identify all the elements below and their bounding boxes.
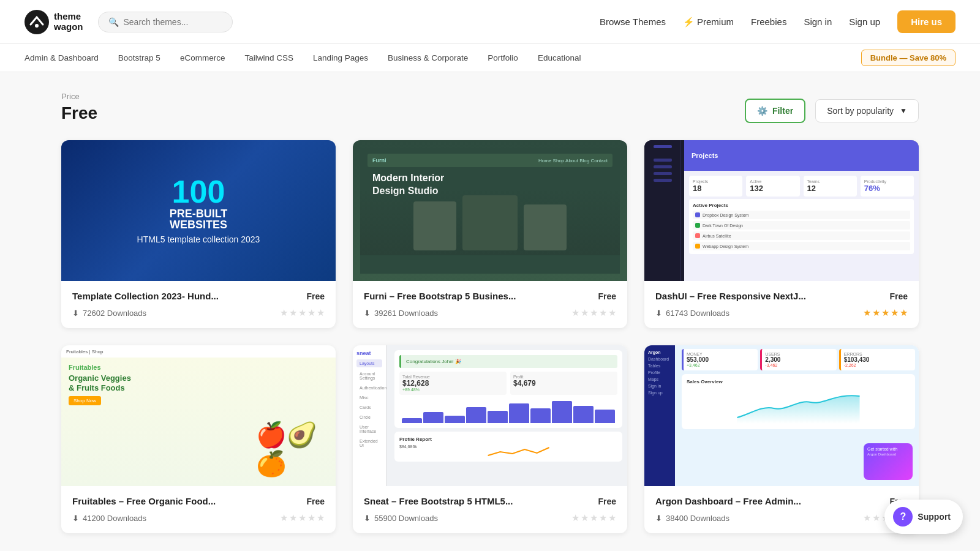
subnav-business[interactable]: Business & Corporate — [388, 53, 468, 62]
search-icon: 🔍 — [108, 17, 119, 27]
star-2: ★ — [289, 307, 297, 318]
support-icon: ? — [893, 507, 913, 527]
card-2-meta: ⬇ 39261 Downloads ★ ★ ★ ★ ★ — [364, 307, 616, 318]
card-1-stars: ★ ★ ★ ★ ★ — [280, 307, 325, 318]
card-5-meta: ⬇ 55900 Downloads ★ ★ ★ ★ ★ — [364, 512, 616, 523]
search-input[interactable] — [124, 17, 222, 27]
card-1-meta: ⬇ 72602 Downloads ★ ★ ★ ★ ★ — [72, 307, 325, 318]
star-1: ★ — [280, 307, 288, 318]
card-5-info: Sneat – Free Bootstrap 5 HTML5... Free ⬇… — [353, 486, 627, 533]
card-6-thumbnail: Argon Dashboard Tables Profile Maps Sign… — [644, 345, 919, 486]
card-2-downloads: ⬇ 39261 Downloads — [364, 309, 438, 318]
subnav-portfolio[interactable]: Portfolio — [488, 53, 518, 62]
card-2-price: Free — [598, 291, 616, 301]
download-icon-3: ⬇ — [655, 309, 662, 318]
card-6-title: Argon Dashboard – Free Admin... — [655, 496, 884, 506]
download-icon-4: ⬇ — [72, 514, 79, 523]
browse-themes-link[interactable]: Browse Themes — [600, 17, 666, 27]
card-3-stars: ★ ★ ★ ★ ★ — [863, 307, 908, 318]
toolbar-right: ⚙️ Filter Sort by popularity ▼ — [745, 99, 919, 123]
price-value: Free — [61, 103, 97, 123]
card-3[interactable]: Projects Projects 18 Active 132 Teams 12 — [644, 140, 919, 328]
support-label: Support — [918, 512, 951, 522]
filter-icon: ⚙️ — [757, 106, 767, 116]
svg-point-0 — [24, 10, 49, 34]
premium-link[interactable]: ⚡ Premium — [683, 17, 734, 28]
subnav-bootstrap[interactable]: Bootstrap 5 — [118, 53, 160, 62]
card-3-info: DashUI – Free Responsive NextJ... Free ⬇… — [644, 281, 919, 328]
subnav-admin[interactable]: Admin & Dashboard — [24, 53, 99, 62]
card-2-title: Furni – Free Bootstrap 5 Busines... — [364, 291, 593, 301]
card-6-meta: ⬇ 38400 Downloads ★ ★ ★ ★ ★ — [655, 512, 908, 523]
card-2-info: Furni – Free Bootstrap 5 Busines... Free… — [353, 281, 627, 328]
header-nav: Browse Themes ⚡ Premium Freebies Sign in… — [600, 10, 956, 33]
card-6-info: Argon Dashboard – Free Admin... Free ⬇ 3… — [644, 486, 919, 533]
header: theme wagon 🔍 Browse Themes ⚡ Premium Fr… — [0, 0, 980, 44]
card-3-thumbnail: Projects Projects 18 Active 132 Teams 12 — [644, 140, 919, 281]
card-3-meta: ⬇ 61743 Downloads ★ ★ ★ ★ ★ — [655, 307, 908, 318]
bundle-button[interactable]: Bundle — Save 80% — [861, 50, 956, 66]
hire-us-button[interactable]: Hire us — [897, 10, 956, 33]
card-4-thumbnail: Fruitables | Shop Fruitables Organic Veg… — [61, 345, 336, 486]
logo-icon — [24, 10, 49, 34]
card-6[interactable]: Argon Dashboard Tables Profile Maps Sign… — [644, 345, 919, 533]
card-4[interactable]: Fruitables | Shop Fruitables Organic Veg… — [61, 345, 336, 533]
star-5: ★ — [317, 307, 325, 318]
star-4: ★ — [307, 307, 315, 318]
signin-link[interactable]: Sign in — [804, 17, 832, 27]
signup-link[interactable]: Sign up — [849, 17, 880, 27]
cards-grid: 100 PRE-BUILT WEBSITES HTML5 template co… — [61, 140, 919, 533]
card-5-title: Sneat – Free Bootstrap 5 HTML5... — [364, 496, 593, 506]
card-5-stars: ★ ★ ★ ★ ★ — [571, 512, 616, 523]
card-2-stars: ★ ★ ★ ★ ★ — [571, 307, 616, 318]
card-4-title: Fruitables – Free Organic Food... — [72, 496, 301, 506]
sort-dropdown[interactable]: Sort by popularity ▼ — [815, 99, 919, 122]
download-icon-2: ⬇ — [364, 309, 371, 318]
card-5[interactable]: sneat Layouts Account Settings Authentic… — [353, 345, 627, 533]
search-bar[interactable]: 🔍 — [98, 12, 233, 32]
subnav: Admin & Dashboard Bootstrap 5 eCommerce … — [0, 44, 980, 72]
card-1-downloads: ⬇ 72602 Downloads — [72, 309, 146, 318]
card-2[interactable]: Furni Home Shop About Blog Contact Moder… — [353, 140, 627, 328]
filter-button[interactable]: ⚙️ Filter — [745, 99, 805, 123]
card-4-downloads: ⬇ 41200 Downloads — [72, 514, 146, 523]
card-1-thumbnail: 100 PRE-BUILT WEBSITES HTML5 template co… — [61, 140, 336, 281]
download-icon-6: ⬇ — [655, 514, 662, 523]
card-1[interactable]: 100 PRE-BUILT WEBSITES HTML5 template co… — [61, 140, 336, 328]
lightning-icon: ⚡ — [683, 17, 695, 28]
card-1-title: Template Collection 2023- Hund... — [72, 291, 301, 301]
card-3-price: Free — [889, 291, 908, 301]
card-4-meta: ⬇ 41200 Downloads ★ ★ ★ ★ ★ — [72, 512, 325, 523]
logo-text: theme wagon — [54, 12, 83, 32]
subnav-landing[interactable]: Landing Pages — [313, 53, 368, 62]
subnav-educational[interactable]: Educational — [538, 53, 581, 62]
svg-point-1 — [35, 24, 39, 28]
toolbar: Price Free ⚙️ Filter Sort by popularity … — [61, 92, 919, 123]
star-3: ★ — [298, 307, 306, 318]
freebies-link[interactable]: Freebies — [751, 17, 786, 27]
card-5-price: Free — [598, 497, 616, 506]
card-6-downloads: ⬇ 38400 Downloads — [655, 514, 729, 523]
logo[interactable]: theme wagon — [24, 10, 83, 34]
card-2-thumbnail: Furni Home Shop About Blog Contact Moder… — [353, 140, 627, 281]
price-section: Price Free — [61, 92, 97, 123]
card-1-price: Free — [306, 291, 325, 301]
card-4-price: Free — [306, 497, 325, 506]
support-button[interactable]: ? Support — [884, 500, 963, 534]
card-3-downloads: ⬇ 61743 Downloads — [655, 309, 729, 318]
card-5-downloads: ⬇ 55900 Downloads — [364, 514, 438, 523]
subnav-tailwind[interactable]: Tailwind CSS — [244, 53, 293, 62]
card-4-stars: ★ ★ ★ ★ ★ — [280, 512, 325, 523]
card-3-title: DashUI – Free Responsive NextJ... — [655, 291, 884, 301]
price-label: Price — [61, 92, 97, 101]
card-4-info: Fruitables – Free Organic Food... Free ⬇… — [61, 486, 336, 533]
chevron-down-icon: ▼ — [900, 107, 907, 115]
subnav-ecommerce[interactable]: eCommerce — [180, 53, 225, 62]
download-icon-5: ⬇ — [364, 514, 371, 523]
card-1-info: Template Collection 2023- Hund... Free ⬇… — [61, 281, 336, 328]
card-5-thumbnail: sneat Layouts Account Settings Authentic… — [353, 345, 627, 486]
main-content: Price Free ⚙️ Filter Sort by popularity … — [37, 72, 943, 551]
download-icon: ⬇ — [72, 309, 79, 318]
